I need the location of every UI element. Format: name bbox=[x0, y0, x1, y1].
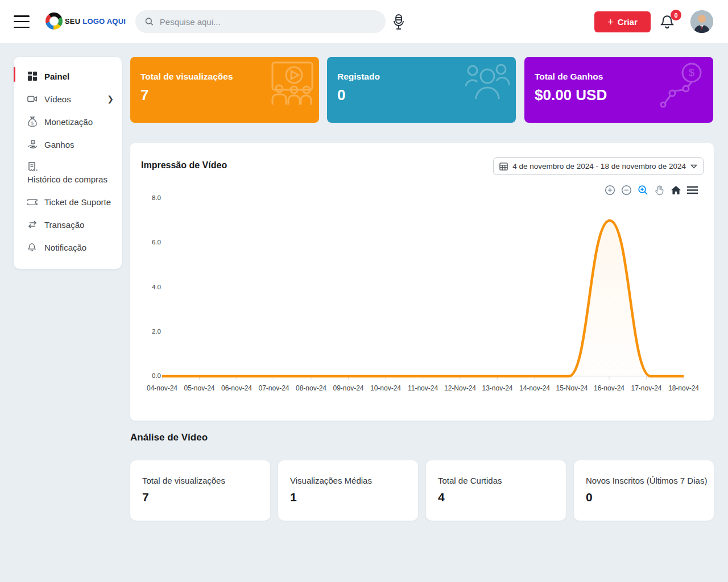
bell-icon bbox=[27, 242, 38, 252]
brand-logo[interactable]: SEU LOGO AQUI bbox=[46, 13, 126, 30]
avatar-photo bbox=[690, 10, 713, 33]
sidebar-item-monetizacao[interactable]: $ Monetização bbox=[14, 110, 122, 133]
stat-card-registado: Registado 0 bbox=[327, 57, 516, 123]
notification-count-badge: 0 bbox=[671, 10, 681, 20]
analytics-card-label: Total de Curtidas bbox=[438, 476, 566, 485]
svg-text:$: $ bbox=[31, 121, 34, 125]
chevron-down-icon bbox=[690, 164, 697, 169]
analytics-card-value: 0 bbox=[586, 490, 714, 504]
svg-text:s: s bbox=[36, 168, 38, 172]
sidebar-item-notificacao[interactable]: Notificação bbox=[14, 236, 122, 259]
video-audience-icon bbox=[264, 61, 313, 106]
stat-card-total-visualizacoes: Total de visualizações 7 bbox=[130, 57, 319, 123]
sidebar: Painel Vídeos ❯ $ Monetização s Ganhos s bbox=[14, 57, 122, 269]
analytics-card-total-visualizacoes: Total de visualizações 7 bbox=[130, 460, 270, 521]
line-chart-plot[interactable] bbox=[162, 193, 684, 383]
svg-text:s: s bbox=[32, 140, 34, 144]
hamburger-menu-icon[interactable] bbox=[14, 15, 30, 28]
y-axis-tick: 2.0 bbox=[140, 328, 161, 335]
svg-text:$: $ bbox=[689, 67, 694, 78]
create-button[interactable]: + Criar bbox=[594, 11, 651, 32]
analytics-card-value: 1 bbox=[290, 490, 418, 504]
analytics-card-value: 4 bbox=[438, 490, 566, 504]
hand-coin-icon: s bbox=[27, 139, 38, 149]
analytics-card-label: Novos Inscritos (Últimos 7 Dias) bbox=[586, 476, 714, 485]
user-avatar[interactable] bbox=[690, 10, 713, 33]
calendar-icon bbox=[499, 162, 508, 171]
y-axis-tick: 6.0 bbox=[140, 239, 161, 246]
search-bar[interactable] bbox=[135, 10, 386, 33]
x-axis-tick: 18-nov-24 bbox=[661, 384, 706, 392]
logo-shutter-icon bbox=[46, 13, 63, 30]
sidebar-item-label: Ganhos bbox=[44, 140, 75, 149]
analytics-card-novos-inscritos: Novos Inscritos (Últimos 7 Dias) 0 bbox=[574, 460, 714, 521]
transfer-arrows-icon bbox=[27, 219, 38, 230]
sidebar-item-painel[interactable]: Painel bbox=[14, 65, 122, 88]
money-bag-icon: $ bbox=[27, 117, 38, 127]
date-range-selector[interactable]: 4 de novembro de 2024 - 18 de novembro d… bbox=[493, 157, 704, 175]
menu-icon[interactable] bbox=[686, 184, 698, 196]
date-range-label: 4 de novembro de 2024 - 18 de novembro d… bbox=[512, 162, 686, 171]
sidebar-item-label: Notificação bbox=[44, 243, 86, 252]
sidebar-item-label: Transação bbox=[44, 220, 84, 230]
plus-icon: + bbox=[607, 17, 614, 27]
microphone-icon[interactable] bbox=[391, 14, 406, 31]
dashboard-icon bbox=[27, 71, 38, 81]
analytics-card-label: Visualizações Médias bbox=[290, 476, 418, 485]
analytics-card-value: 7 bbox=[142, 490, 270, 504]
sidebar-item-label: Ticket de Suporte bbox=[44, 197, 111, 207]
sidebar-item-label: Vídeos bbox=[44, 94, 71, 104]
analytics-card-visualizacoes-medias: Visualizações Médias 1 bbox=[278, 460, 418, 521]
sidebar-item-videos[interactable]: Vídeos ❯ bbox=[14, 88, 122, 110]
stat-card-total-ganhos: Total de Ganhos $0.00 USD $ bbox=[524, 57, 713, 123]
sidebar-item-historico-de-compras[interactable]: s Histórico de compras bbox=[14, 156, 122, 190]
series-area bbox=[162, 221, 684, 376]
dollar-network-icon: $ bbox=[659, 61, 708, 110]
y-axis-tick: 8.0 bbox=[140, 194, 161, 201]
notifications-button[interactable]: 0 bbox=[660, 14, 677, 31]
users-group-icon bbox=[465, 61, 510, 106]
top-bar: SEU LOGO AQUI + Criar 0 bbox=[0, 0, 728, 43]
dashboard-page: SEU LOGO AQUI + Criar 0 bbox=[0, 0, 728, 582]
analytics-card-label: Total de visualizações bbox=[142, 476, 270, 485]
sidebar-item-ticket-de-suporte[interactable]: Ticket de Suporte bbox=[14, 190, 122, 213]
search-icon bbox=[144, 16, 154, 27]
y-axis-tick: 4.0 bbox=[140, 284, 161, 290]
video-camera-icon bbox=[27, 94, 38, 104]
video-impressions-panel: Impressão de Vídeo 4 de novembro de 2024… bbox=[130, 143, 714, 421]
sidebar-item-label: Monetização bbox=[44, 117, 93, 127]
logo-text-seu: SEU bbox=[65, 17, 80, 26]
sidebar-item-label: Painel bbox=[44, 72, 69, 81]
sidebar-item-label: Histórico de compras bbox=[27, 174, 107, 184]
logo-text-aqui: LOGO AQUI bbox=[82, 17, 126, 26]
search-input[interactable] bbox=[160, 17, 377, 27]
create-button-label: Criar bbox=[618, 17, 638, 27]
y-axis-tick: 0.0 bbox=[140, 372, 161, 379]
sidebar-item-ganhos[interactable]: s Ganhos bbox=[14, 133, 122, 156]
chart-title: Impressão de Vídeo bbox=[141, 160, 227, 171]
analytics-card-total-curtidas: Total de Curtidas 4 bbox=[426, 460, 566, 521]
sidebar-item-transacao[interactable]: Transação bbox=[14, 213, 122, 236]
chevron-right-icon: ❯ bbox=[107, 94, 114, 103]
active-indicator bbox=[14, 67, 15, 82]
ticket-icon bbox=[27, 197, 38, 207]
receipt-icon: s bbox=[27, 162, 38, 172]
analytics-heading: Análise de Vídeo bbox=[130, 432, 208, 443]
